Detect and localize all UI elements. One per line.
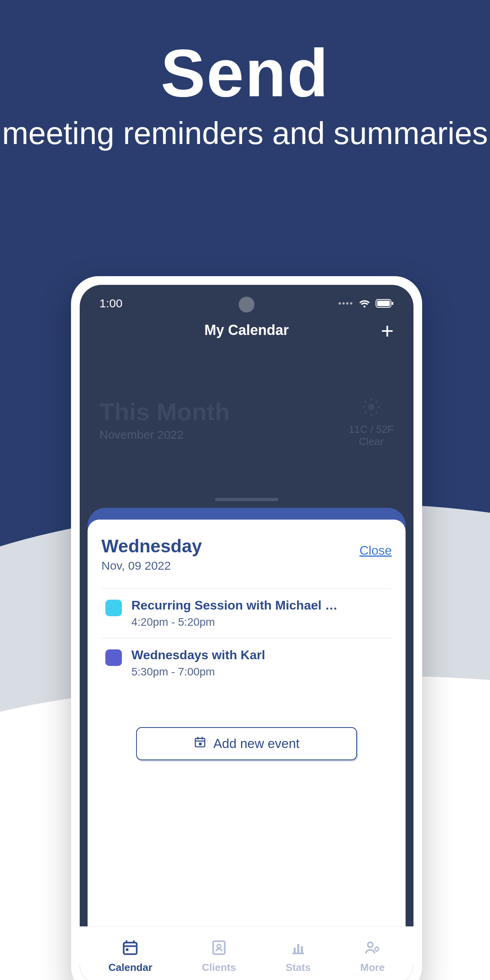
- promo-subline: meeting reminders and summaries: [0, 114, 490, 152]
- promo-block: Send meeting reminders and summaries: [0, 39, 490, 152]
- clients-icon: [210, 939, 228, 959]
- promo-headline: Send: [0, 39, 490, 107]
- plus-icon: +: [381, 318, 394, 343]
- tab-stats[interactable]: Stats: [286, 939, 311, 974]
- camera-icon: [239, 297, 254, 312]
- tab-more[interactable]: More: [360, 939, 385, 974]
- event-time: 4:20pm - 5:20pm: [131, 616, 344, 628]
- battery-icon: [376, 299, 394, 308]
- svg-rect-16: [199, 742, 202, 745]
- event-row[interactable]: Recurring Session with Michael J… 4:20pm…: [101, 588, 392, 638]
- wifi-icon: [359, 299, 370, 308]
- event-time: 5:30pm - 7:00pm: [131, 666, 265, 678]
- event-color-swatch: [105, 600, 122, 616]
- more-icon: [364, 939, 381, 959]
- drag-handle[interactable]: [215, 498, 278, 501]
- event-row[interactable]: Wednesdays with Karl 5:30pm - 7:00pm: [101, 638, 392, 688]
- svg-rect-15: [202, 737, 203, 740]
- add-button[interactable]: +: [381, 318, 394, 344]
- weather-block: 11C / 52F Clear: [349, 398, 394, 448]
- tab-calendar[interactable]: Calendar: [108, 939, 152, 974]
- tab-clients[interactable]: Clients: [202, 939, 236, 974]
- close-button[interactable]: Close: [359, 543, 392, 558]
- svg-point-29: [375, 947, 379, 951]
- day-name: Wednesday: [101, 535, 202, 557]
- month-block: This Month November 2022 11C / 52F Clear: [80, 350, 413, 456]
- event-color-swatch: [105, 649, 122, 666]
- svg-rect-19: [126, 948, 128, 950]
- signal-icon: ••••: [338, 298, 353, 309]
- svg-line-7: [376, 411, 377, 413]
- month-title: This Month: [99, 398, 230, 426]
- tab-label: Calendar: [108, 961, 152, 974]
- sun-icon: [349, 398, 394, 421]
- page-title: My Calendar: [204, 322, 289, 339]
- day-date: Nov, 09 2022: [101, 559, 202, 572]
- svg-rect-1: [377, 301, 390, 306]
- event-title: Recurring Session with Michael J…: [131, 598, 344, 613]
- stats-icon: [290, 939, 307, 959]
- event-title: Wednesdays with Karl: [131, 648, 265, 662]
- svg-rect-17: [124, 943, 137, 954]
- calendar-icon: [122, 939, 139, 959]
- svg-point-28: [368, 942, 373, 947]
- phone-screen: 1:00 •••• My Calendar + This Month Novem…: [80, 285, 413, 980]
- phone-frame: 1:00 •••• My Calendar + This Month Novem…: [71, 276, 422, 980]
- sheet-header: Wednesday Nov, 09 2022 Close: [101, 535, 392, 572]
- svg-rect-2: [392, 302, 393, 305]
- app-header: My Calendar +: [80, 314, 413, 350]
- add-event-label: Add new event: [213, 736, 299, 751]
- weather-temp: 11C / 52F: [349, 423, 394, 436]
- month-subtitle: November 2022: [99, 428, 230, 441]
- status-time: 1:00: [99, 297, 122, 310]
- tab-label: Clients: [202, 961, 236, 974]
- calendar-add-icon: [194, 736, 206, 752]
- bottom-sheet: Wednesday Nov, 09 2022 Close Recurring S…: [88, 508, 406, 934]
- svg-line-11: [376, 401, 377, 402]
- svg-rect-14: [197, 737, 198, 740]
- tab-bar: Calendar Clients Stats More: [80, 926, 413, 980]
- add-event-button[interactable]: Add new event: [136, 727, 357, 760]
- svg-line-6: [365, 401, 367, 402]
- status-icons: ••••: [338, 298, 394, 309]
- svg-point-3: [368, 404, 374, 410]
- tab-label: More: [360, 961, 385, 974]
- weather-desc: Clear: [349, 436, 394, 448]
- svg-point-23: [217, 944, 221, 948]
- svg-rect-12: [195, 739, 205, 747]
- svg-line-10: [365, 411, 367, 413]
- tab-label: Stats: [286, 961, 311, 974]
